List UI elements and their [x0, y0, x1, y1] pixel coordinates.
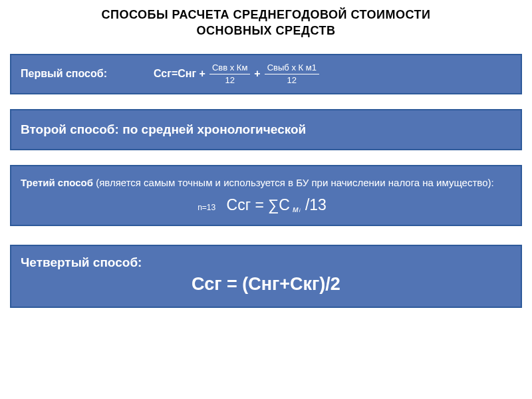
page-title: СПОСОБЫ РАСЧЕТА СРЕДНЕГОДОВОЙ СТОИМОСТИ …	[10, 7, 522, 39]
method-4-formula: Ссг = (Снг+Скг)/2	[21, 274, 511, 295]
formula-prefix: Ссг=Снг +	[154, 68, 205, 80]
frac2-denominator: 12	[287, 74, 297, 85]
method-3-formula-wrap: n=13 Ссг = ∑Смᵢ /13	[21, 196, 511, 214]
method-3-description: Третий способ (является самым точным и и…	[21, 176, 511, 190]
method-1-box: Первый способ: Ссг=Снг + Свв х Км 12 + С…	[10, 54, 522, 95]
formula-subscript: мᵢ	[293, 204, 300, 214]
formula-sum: ∑С	[268, 196, 290, 214]
method-3-n-annotation: n=13	[198, 203, 215, 212]
frac2-numerator: Свыб х К м1	[265, 63, 319, 74]
method-4-box: Четвертый способ: Ссг = (Снг+Скг)/2	[10, 245, 522, 308]
method-3-label-rest: (является самым точным и используется в …	[93, 177, 494, 188]
formula-left: Ссг =	[227, 196, 264, 214]
title-line-2: ОСНОВНЫХ СРЕДСТВ	[196, 24, 335, 37]
method-4-label: Четвертый способ:	[21, 255, 511, 270]
method-3-label-bold: Третий способ	[21, 177, 93, 188]
frac1-denominator: 12	[225, 74, 234, 85]
title-line-1: СПОСОБЫ РАСЧЕТА СРЕДНЕГОДОВОЙ СТОИМОСТИ	[102, 8, 431, 21]
method-1-label: Первый способ:	[21, 68, 154, 80]
method-1-formula: Ссг=Снг + Свв х Км 12 + Свыб х К м1 12	[154, 63, 319, 86]
formula-right: /13	[305, 196, 327, 214]
method-3-formula: Ссг = ∑Смᵢ /13	[227, 196, 327, 214]
frac1-numerator: Свв х Км	[209, 63, 250, 74]
plus-sign: +	[254, 68, 260, 80]
method-2-box: Второй способ: по средней хронологическо…	[10, 109, 522, 150]
fraction-1: Свв х Км 12	[209, 63, 250, 86]
method-2-label: Второй способ: по средней хронологическо…	[21, 122, 511, 137]
method-3-box: Третий способ (является самым точным и и…	[10, 165, 522, 226]
fraction-2: Свыб х К м1 12	[265, 63, 319, 86]
